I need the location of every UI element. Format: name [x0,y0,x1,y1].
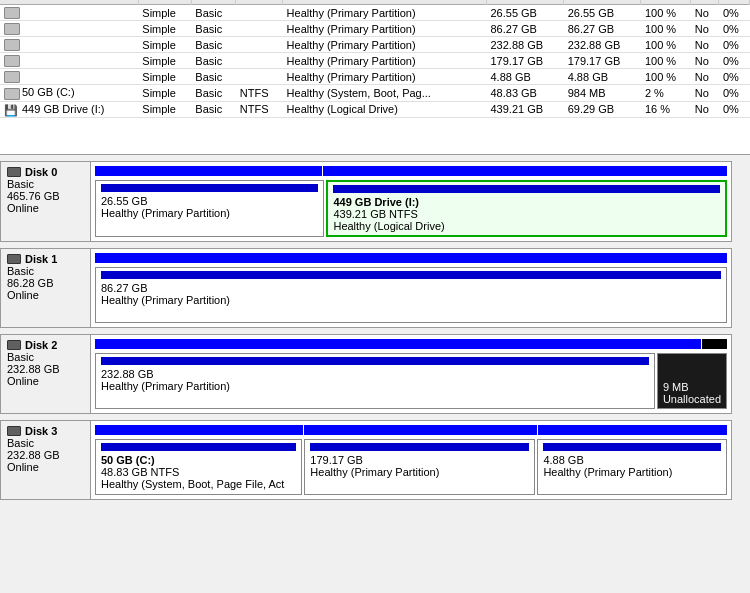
disk-content-2: 232.88 GBHealthy (Primary Partition) 9 M… [91,335,731,413]
table-row[interactable]: 50 GB (C:) Simple Basic NTFS Healthy (Sy… [0,85,750,101]
cell-fs [236,53,283,69]
bar-segment-0 [95,253,727,263]
table-row[interactable]: 💾449 GB Drive (I:) Simple Basic NTFS Hea… [0,101,750,117]
disk-row-0: Disk 0 Basic 465.76 GB Online 26.55 GBHe… [0,161,732,242]
cell-pctfree: 100 % [641,21,691,37]
table-row[interactable]: Simple Basic Healthy (Primary Partition)… [0,5,750,21]
cell-status: Healthy (System, Boot, Pag... [283,85,487,101]
cell-faulttolerance: No [691,5,719,21]
disk-status: Online [7,461,84,473]
partition-label: 449 GB Drive (I:) [333,196,720,208]
disk-bar-container [95,425,727,437]
cell-overhead: 0% [719,21,750,37]
bar-segment-2 [538,425,727,435]
partition-sublabel: Healthy (Primary Partition) [310,466,529,478]
partition-sublabel: Healthy (System, Boot, Page File, Act [101,478,296,490]
partition-box-0[interactable]: 50 GB (C:)48.83 GB NTFSHealthy (System, … [95,439,302,495]
disk-name: Disk 2 [7,339,84,351]
disk-label-1: Disk 1 Basic 86.28 GB Online [1,249,91,327]
disk-icon [7,167,21,177]
cell-pctfree: 100 % [641,37,691,53]
disk-size: 232.88 GB [7,363,84,375]
cell-overhead: 0% [719,85,750,101]
cell-volume [0,53,138,69]
disk-row-2: Disk 2 Basic 232.88 GB Online 232.88 GBH… [0,334,732,414]
partition-box-1[interactable]: 449 GB Drive (I:) 439.21 GB NTFS Healthy… [326,180,727,237]
cell-status: Healthy (Primary Partition) [283,37,487,53]
partition-sublabel: Unallocated [663,393,721,405]
cell-layout: Simple [138,37,191,53]
partition-label: 179.17 GB [310,454,529,466]
partition-box-2[interactable]: 4.88 GBHealthy (Primary Partition) [537,439,727,495]
cell-fs [236,5,283,21]
disk-partitions: 232.88 GBHealthy (Primary Partition) 9 M… [95,353,727,409]
cell-capacity: 232.88 GB [486,37,563,53]
partition-label: 26.55 GB [101,195,318,207]
disk-bar-container [95,166,727,178]
disk-status: Online [7,202,84,214]
bar-segment-0 [95,425,303,435]
cell-type: Basic [191,101,235,117]
cell-capacity: 439.21 GB [486,101,563,117]
table-row[interactable]: Simple Basic Healthy (Primary Partition)… [0,37,750,53]
cell-capacity: 48.83 GB [486,85,563,101]
cell-faulttolerance: No [691,37,719,53]
table-row[interactable]: Simple Basic Healthy (Primary Partition)… [0,53,750,69]
partition-label: 86.27 GB [101,282,721,294]
partition-sublabel: Healthy (Logical Drive) [333,220,720,232]
disk-type: Basic [7,265,84,277]
cell-volume: 💾449 GB Drive (I:) [0,101,138,117]
cell-volume: 50 GB (C:) [0,85,138,101]
cell-fs: NTFS [236,85,283,101]
partition-box-0[interactable]: 26.55 GBHealthy (Primary Partition) [95,180,324,237]
disk-content-1: 86.27 GBHealthy (Primary Partition) [91,249,731,327]
disk-label-0: Disk 0 Basic 465.76 GB Online [1,162,91,241]
cell-status: Healthy (Primary Partition) [283,53,487,69]
cell-type: Basic [191,53,235,69]
volume-icon [4,23,20,35]
disk-bar-container [95,253,727,265]
cell-volume [0,69,138,85]
cell-fs [236,69,283,85]
partition-top-bar [101,357,649,365]
partition-top-bar [543,443,721,451]
cell-fs [236,21,283,37]
disk-size: 465.76 GB [7,190,84,202]
partition-sublabel2: 48.83 GB NTFS [101,466,296,478]
cell-faulttolerance: No [691,85,719,101]
cell-freespace: 179.17 GB [564,53,641,69]
partition-sublabel: Healthy (Primary Partition) [101,294,721,306]
disk-bar-container [95,339,727,351]
partition-box-1[interactable]: 9 MB Unallocated [657,353,727,409]
partition-box-0[interactable]: 232.88 GBHealthy (Primary Partition) [95,353,655,409]
partition-label: 4.88 GB [543,454,721,466]
cell-faulttolerance: No [691,53,719,69]
partition-sublabel: Healthy (Primary Partition) [101,207,318,219]
disk-size: 232.88 GB [7,449,84,461]
cell-layout: Simple [138,101,191,117]
disk-status: Online [7,289,84,301]
table-row[interactable]: Simple Basic Healthy (Primary Partition)… [0,69,750,85]
volume-icon [4,55,20,67]
partition-box-1[interactable]: 179.17 GBHealthy (Primary Partition) [304,439,535,495]
partition-sublabel: Healthy (Primary Partition) [543,466,721,478]
disk-name-text: Disk 3 [25,425,57,437]
cell-overhead: 0% [719,5,750,21]
disk-status: Online [7,375,84,387]
cell-pctfree: 16 % [641,101,691,117]
partition-size: 9 MB [663,381,721,393]
partition-box-0[interactable]: 86.27 GBHealthy (Primary Partition) [95,267,727,323]
cell-type: Basic [191,5,235,21]
disk-icon [7,426,21,436]
drive-icon: 💾 [4,104,20,116]
cell-capacity: 179.17 GB [486,53,563,69]
disk-type: Basic [7,351,84,363]
disk-name: Disk 3 [7,425,84,437]
cell-freespace: 86.27 GB [564,21,641,37]
volume-icon [4,71,20,83]
table-row[interactable]: Simple Basic Healthy (Primary Partition)… [0,21,750,37]
disk-partitions: 50 GB (C:)48.83 GB NTFSHealthy (System, … [95,439,727,495]
cell-pctfree: 100 % [641,69,691,85]
disk-row-1: Disk 1 Basic 86.28 GB Online 86.27 GBHea… [0,248,732,328]
partition-top-bar [101,443,296,451]
